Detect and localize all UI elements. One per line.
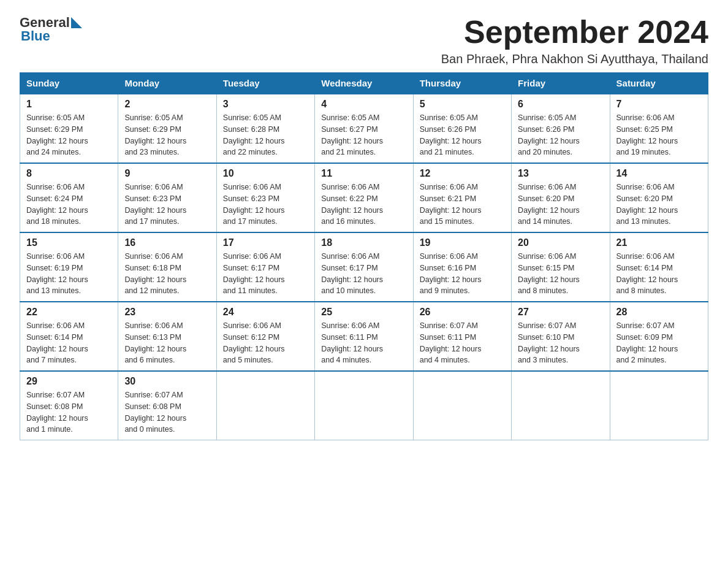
- day-number: 25: [321, 307, 406, 318]
- day-number: 4: [321, 99, 406, 110]
- day-info: Sunrise: 6:06 AMSunset: 6:25 PMDaylight:…: [616, 112, 702, 158]
- day-info: Sunrise: 6:06 AMSunset: 6:23 PMDaylight:…: [223, 182, 308, 228]
- svg-marker-0: [71, 17, 82, 28]
- calendar-day-25: 25Sunrise: 6:06 AMSunset: 6:11 PMDayligh…: [315, 302, 413, 371]
- calendar-day-4: 4Sunrise: 6:05 AMSunset: 6:27 PMDaylight…: [315, 94, 413, 163]
- col-header-sunday: Sunday: [20, 73, 118, 94]
- day-info: Sunrise: 6:06 AMSunset: 6:14 PMDaylight:…: [26, 320, 112, 366]
- day-number: 21: [616, 237, 702, 248]
- calendar-day-27: 27Sunrise: 6:07 AMSunset: 6:10 PMDayligh…: [512, 302, 610, 371]
- day-number: 15: [26, 237, 112, 248]
- day-number: 1: [26, 99, 112, 110]
- calendar-day-30: 30Sunrise: 6:07 AMSunset: 6:08 PMDayligh…: [118, 371, 216, 440]
- calendar-week-row: 29Sunrise: 6:07 AMSunset: 6:08 PMDayligh…: [20, 371, 708, 440]
- day-number: 11: [321, 168, 406, 179]
- day-number: 8: [26, 168, 112, 179]
- day-number: 7: [616, 99, 702, 110]
- col-header-saturday: Saturday: [610, 73, 708, 94]
- calendar-week-row: 8Sunrise: 6:06 AMSunset: 6:24 PMDaylight…: [20, 163, 708, 232]
- day-info: Sunrise: 6:06 AMSunset: 6:13 PMDaylight:…: [124, 320, 210, 366]
- day-number: 26: [420, 307, 505, 318]
- calendar-week-row: 1Sunrise: 6:05 AMSunset: 6:29 PMDaylight…: [20, 94, 708, 163]
- day-info: Sunrise: 6:06 AMSunset: 6:19 PMDaylight:…: [26, 251, 112, 297]
- calendar-day-6: 6Sunrise: 6:05 AMSunset: 6:26 PMDaylight…: [512, 94, 610, 163]
- logo-triangle-icon: [71, 17, 82, 28]
- day-info: Sunrise: 6:07 AMSunset: 6:11 PMDaylight:…: [420, 320, 505, 366]
- calendar-day-1: 1Sunrise: 6:05 AMSunset: 6:29 PMDaylight…: [20, 94, 118, 163]
- calendar-empty-cell: [216, 371, 314, 440]
- day-number: 5: [420, 99, 505, 110]
- day-info: Sunrise: 6:06 AMSunset: 6:14 PMDaylight:…: [616, 251, 702, 297]
- day-info: Sunrise: 6:06 AMSunset: 6:24 PMDaylight:…: [26, 182, 112, 228]
- day-number: 16: [124, 237, 210, 248]
- calendar-day-19: 19Sunrise: 6:06 AMSunset: 6:16 PMDayligh…: [413, 232, 511, 302]
- day-info: Sunrise: 6:07 AMSunset: 6:09 PMDaylight:…: [616, 320, 702, 366]
- calendar-day-28: 28Sunrise: 6:07 AMSunset: 6:09 PMDayligh…: [610, 302, 708, 371]
- day-info: Sunrise: 6:06 AMSunset: 6:22 PMDaylight:…: [321, 182, 406, 228]
- calendar-day-10: 10Sunrise: 6:06 AMSunset: 6:23 PMDayligh…: [216, 163, 314, 232]
- day-number: 14: [616, 168, 702, 179]
- calendar-header-row: SundayMondayTuesdayWednesdayThursdayFrid…: [20, 73, 708, 94]
- day-info: Sunrise: 6:06 AMSunset: 6:21 PMDaylight:…: [420, 182, 505, 228]
- day-number: 17: [223, 237, 308, 248]
- day-info: Sunrise: 6:06 AMSunset: 6:17 PMDaylight:…: [321, 251, 406, 297]
- calendar-day-11: 11Sunrise: 6:06 AMSunset: 6:22 PMDayligh…: [315, 163, 413, 232]
- calendar-day-24: 24Sunrise: 6:06 AMSunset: 6:12 PMDayligh…: [216, 302, 314, 371]
- day-number: 18: [321, 237, 406, 248]
- day-number: 24: [223, 307, 308, 318]
- day-number: 13: [518, 168, 603, 179]
- day-info: Sunrise: 6:06 AMSunset: 6:23 PMDaylight:…: [124, 182, 210, 228]
- calendar-week-row: 15Sunrise: 6:06 AMSunset: 6:19 PMDayligh…: [20, 232, 708, 302]
- calendar-day-3: 3Sunrise: 6:05 AMSunset: 6:28 PMDaylight…: [216, 94, 314, 163]
- day-info: Sunrise: 6:05 AMSunset: 6:29 PMDaylight:…: [26, 112, 112, 158]
- calendar-day-9: 9Sunrise: 6:06 AMSunset: 6:23 PMDaylight…: [118, 163, 216, 232]
- title-area: September 2024 Ban Phraek, Phra Nakhon S…: [441, 15, 708, 66]
- calendar-day-16: 16Sunrise: 6:06 AMSunset: 6:18 PMDayligh…: [118, 232, 216, 302]
- day-number: 22: [26, 307, 112, 318]
- calendar-day-2: 2Sunrise: 6:05 AMSunset: 6:29 PMDaylight…: [118, 94, 216, 163]
- page-header: General Blue September 2024 Ban Phraek, …: [20, 15, 708, 66]
- day-info: Sunrise: 6:06 AMSunset: 6:12 PMDaylight:…: [223, 320, 308, 366]
- calendar-day-13: 13Sunrise: 6:06 AMSunset: 6:20 PMDayligh…: [512, 163, 610, 232]
- day-number: 3: [223, 99, 308, 110]
- month-title: September 2024: [441, 15, 708, 50]
- col-header-tuesday: Tuesday: [216, 73, 314, 94]
- day-number: 2: [124, 99, 210, 110]
- day-info: Sunrise: 6:07 AMSunset: 6:08 PMDaylight:…: [26, 389, 112, 435]
- col-header-monday: Monday: [118, 73, 216, 94]
- logo: General Blue: [20, 15, 82, 44]
- day-info: Sunrise: 6:06 AMSunset: 6:17 PMDaylight:…: [223, 251, 308, 297]
- day-info: Sunrise: 6:07 AMSunset: 6:08 PMDaylight:…: [124, 389, 210, 435]
- calendar-day-18: 18Sunrise: 6:06 AMSunset: 6:17 PMDayligh…: [315, 232, 413, 302]
- calendar-table: SundayMondayTuesdayWednesdayThursdayFrid…: [20, 72, 708, 440]
- day-number: 30: [124, 376, 210, 387]
- calendar-week-row: 22Sunrise: 6:06 AMSunset: 6:14 PMDayligh…: [20, 302, 708, 371]
- day-info: Sunrise: 6:05 AMSunset: 6:26 PMDaylight:…: [518, 112, 603, 158]
- day-info: Sunrise: 6:06 AMSunset: 6:16 PMDaylight:…: [420, 251, 505, 297]
- col-header-friday: Friday: [512, 73, 610, 94]
- calendar-day-12: 12Sunrise: 6:06 AMSunset: 6:21 PMDayligh…: [413, 163, 511, 232]
- calendar-day-22: 22Sunrise: 6:06 AMSunset: 6:14 PMDayligh…: [20, 302, 118, 371]
- logo-blue-text: Blue: [21, 28, 82, 44]
- calendar-day-8: 8Sunrise: 6:06 AMSunset: 6:24 PMDaylight…: [20, 163, 118, 232]
- calendar-day-26: 26Sunrise: 6:07 AMSunset: 6:11 PMDayligh…: [413, 302, 511, 371]
- calendar-empty-cell: [413, 371, 511, 440]
- day-number: 6: [518, 99, 603, 110]
- day-info: Sunrise: 6:06 AMSunset: 6:20 PMDaylight:…: [518, 182, 603, 228]
- col-header-wednesday: Wednesday: [315, 73, 413, 94]
- day-number: 27: [518, 307, 603, 318]
- day-info: Sunrise: 6:05 AMSunset: 6:27 PMDaylight:…: [321, 112, 406, 158]
- day-number: 20: [518, 237, 603, 248]
- calendar-day-29: 29Sunrise: 6:07 AMSunset: 6:08 PMDayligh…: [20, 371, 118, 440]
- calendar-empty-cell: [610, 371, 708, 440]
- day-info: Sunrise: 6:06 AMSunset: 6:15 PMDaylight:…: [518, 251, 603, 297]
- day-info: Sunrise: 6:07 AMSunset: 6:10 PMDaylight:…: [518, 320, 603, 366]
- calendar-day-21: 21Sunrise: 6:06 AMSunset: 6:14 PMDayligh…: [610, 232, 708, 302]
- day-number: 28: [616, 307, 702, 318]
- day-number: 19: [420, 237, 505, 248]
- calendar-day-23: 23Sunrise: 6:06 AMSunset: 6:13 PMDayligh…: [118, 302, 216, 371]
- day-number: 12: [420, 168, 505, 179]
- calendar-empty-cell: [512, 371, 610, 440]
- calendar-day-14: 14Sunrise: 6:06 AMSunset: 6:20 PMDayligh…: [610, 163, 708, 232]
- calendar-day-15: 15Sunrise: 6:06 AMSunset: 6:19 PMDayligh…: [20, 232, 118, 302]
